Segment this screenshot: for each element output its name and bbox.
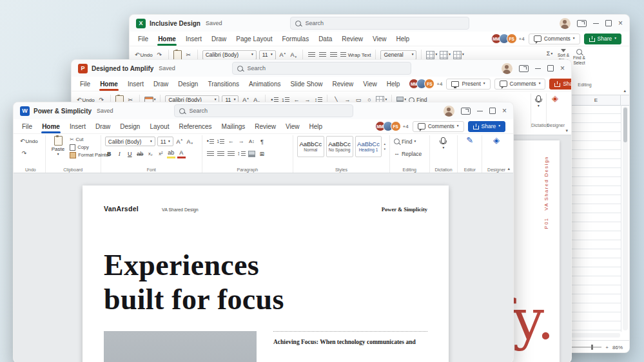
tab-insert[interactable]: Insert <box>69 121 86 132</box>
format-as-table-button[interactable]: ▾ <box>440 50 451 60</box>
comments-button[interactable]: Comments▾ <box>413 121 464 132</box>
style-normal[interactable]: AaBbCc Normal <box>297 136 324 157</box>
collaborator-avatars[interactable]: MM FS +4 <box>375 121 409 131</box>
meet-now-icon[interactable] <box>577 20 587 27</box>
document-page[interactable]: VanArsdel VA Shared Design Power & Simpl… <box>83 186 449 362</box>
style-no-spacing[interactable]: AaBbCc No Spacing <box>326 136 353 157</box>
minimize-button[interactable] <box>593 23 599 24</box>
tab-review[interactable]: Review <box>331 79 354 90</box>
tab-insert[interactable]: Insert <box>185 33 202 44</box>
avatar-overflow-count[interactable]: +4 <box>403 124 409 129</box>
replace-button[interactable]: ↔Replace <box>394 149 422 158</box>
excel-search-input[interactable] <box>304 19 464 27</box>
meet-now-icon[interactable] <box>461 108 471 115</box>
word-document-canvas[interactable]: VanArsdel VA Shared Design Power & Simpl… <box>14 173 513 362</box>
cell-styles-button[interactable]: ▾ <box>453 50 464 60</box>
tab-help[interactable]: Help <box>386 79 401 90</box>
powerpoint-search-box[interactable] <box>232 62 411 75</box>
undo-button[interactable]: ↶Undo <box>135 50 153 60</box>
bold-button[interactable]: B <box>105 149 113 158</box>
tab-help[interactable]: Help <box>309 121 324 132</box>
align-middle-button[interactable] <box>318 50 327 60</box>
font-size-select[interactable]: 11▾ <box>259 50 276 60</box>
font-size-select[interactable]: 11▾ <box>157 137 173 146</box>
collapse-ribbon-button[interactable]: ▴ <box>507 166 510 171</box>
tab-transitions[interactable]: Transitions <box>207 79 240 90</box>
tab-draw[interactable]: Draw <box>211 33 227 44</box>
align-top-button[interactable] <box>307 50 316 60</box>
tab-file[interactable]: File <box>137 33 149 44</box>
undo-button[interactable]: ↶Undo <box>20 137 38 146</box>
borders-button[interactable]: ⊞ <box>258 149 266 158</box>
style-heading-1[interactable]: AaBbCc Heading 1 <box>355 136 382 157</box>
account-avatar[interactable] <box>502 63 512 74</box>
maximize-button[interactable] <box>547 65 554 71</box>
align-bottom-button[interactable] <box>329 50 338 60</box>
tab-mailings[interactable]: Mailings <box>221 121 246 132</box>
designer-button[interactable]: ◈ <box>493 136 500 144</box>
excel-titlebar[interactable]: X Inclusive Design Saved × <box>130 15 629 32</box>
redo-button[interactable]: ↷ <box>155 50 164 60</box>
editor-button[interactable]: ✎ <box>466 136 473 144</box>
tab-home[interactable]: Home <box>99 79 119 90</box>
tab-layout[interactable]: Layout <box>149 121 170 132</box>
superscript-button[interactable]: x² <box>157 149 165 158</box>
dictate-button[interactable]: ▾ <box>536 94 541 108</box>
collapse-ribbon-button[interactable]: ▴ <box>623 88 626 93</box>
tab-file[interactable]: File <box>79 79 91 90</box>
avatar[interactable]: FS <box>424 79 434 89</box>
column-header-e[interactable]: E <box>571 95 621 105</box>
tab-review[interactable]: Review <box>341 33 364 44</box>
share-button[interactable]: Share▾ <box>549 79 572 90</box>
maximize-button[interactable] <box>605 20 612 26</box>
excel-search-box[interactable] <box>290 17 469 30</box>
tab-help[interactable]: Help <box>396 33 411 44</box>
minimize-button[interactable] <box>535 68 541 69</box>
word-search-box[interactable] <box>174 104 353 117</box>
meet-now-icon[interactable] <box>519 65 529 72</box>
paste-button[interactable]: Paste ▾ <box>50 136 66 158</box>
word-search-input[interactable] <box>188 107 348 115</box>
tab-animations[interactable]: Animations <box>248 79 281 90</box>
underline-button[interactable]: U <box>126 149 134 158</box>
text-highlight-button[interactable]: ab <box>167 149 175 158</box>
align-left-button[interactable] <box>206 149 215 158</box>
tab-design[interactable]: Design <box>177 79 199 90</box>
tab-formulas[interactable]: Formulas <box>281 33 309 44</box>
font-name-select[interactable]: Calibri (Body)▾ <box>202 50 257 60</box>
tab-view[interactable]: View <box>372 33 387 44</box>
close-button[interactable]: × <box>618 19 623 27</box>
tab-draw[interactable]: Draw <box>95 121 111 132</box>
autosum-button[interactable]: Σ▾ <box>545 49 554 59</box>
shrink-font-button[interactable]: A▾ <box>289 50 298 60</box>
redo-button[interactable]: ↷ <box>20 149 28 158</box>
styles-scroll-up[interactable]: ▴ <box>384 142 385 146</box>
avatar-overflow-count[interactable]: +4 <box>436 81 442 87</box>
zoom-slider-thumb[interactable] <box>591 345 593 350</box>
tab-slide-show[interactable]: Slide Show <box>289 79 323 90</box>
align-center-button[interactable] <box>217 149 225 158</box>
close-button[interactable]: × <box>560 64 565 72</box>
dictate-button[interactable]: ▾ <box>441 136 445 150</box>
find-button[interactable]: Find▾ <box>394 137 416 146</box>
tab-page-layout[interactable]: Page Layout <box>235 33 273 44</box>
vertical-scrollbar[interactable] <box>623 106 628 330</box>
tab-review[interactable]: Review <box>254 121 277 132</box>
wrap-text-button[interactable]: Wrap Text <box>340 52 371 59</box>
find-select-button[interactable]: Find &Select <box>573 49 585 86</box>
increase-indent-button[interactable]: → <box>237 137 246 146</box>
designer-button[interactable]: ◈ <box>552 94 558 102</box>
word-titlebar[interactable]: W Power & Simplicity Saved × <box>14 102 513 119</box>
tab-data[interactable]: Data <box>318 33 333 44</box>
bullets-button[interactable]: • <box>206 137 215 146</box>
font-color-button[interactable]: A <box>177 149 186 158</box>
grow-font-button[interactable]: A▴ <box>175 137 184 146</box>
align-right-button[interactable] <box>227 149 235 158</box>
tab-view[interactable]: View <box>285 121 300 132</box>
zoom-level[interactable]: 86% <box>612 345 623 350</box>
show-paragraph-marks-button[interactable]: ¶ <box>258 137 266 146</box>
account-avatar[interactable] <box>444 106 454 117</box>
comments-button[interactable]: Comments▾ <box>494 79 546 90</box>
avatar-overflow-count[interactable]: +4 <box>519 36 525 42</box>
grow-font-button[interactable]: A▴ <box>278 50 287 60</box>
